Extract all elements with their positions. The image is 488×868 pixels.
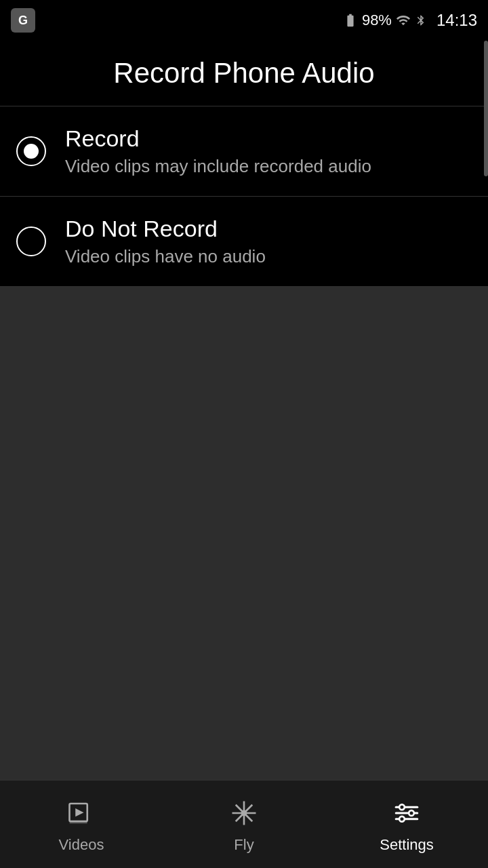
page-title: Record Phone Audio: [14, 57, 474, 90]
fly-label: Fly: [234, 836, 253, 854]
battery-icon: [343, 13, 358, 28]
fly-icon: [226, 795, 262, 831]
bluetooth-icon: [415, 13, 427, 28]
nav-item-videos[interactable]: Videos: [0, 795, 163, 854]
svg-point-12: [399, 804, 405, 810]
status-time: 14:13: [436, 11, 477, 30]
settings-label: Settings: [380, 836, 434, 854]
settings-icon: [389, 795, 424, 831]
status-bar-left: G: [11, 8, 35, 33]
svg-point-13: [409, 810, 414, 816]
videos-icon: [64, 795, 99, 831]
bottom-navigation: Videos Fly Settings: [0, 780, 488, 868]
do-not-record-option[interactable]: Do Not Record Video clips have no audio: [0, 197, 488, 287]
svg-point-14: [399, 816, 405, 821]
empty-content-area: [0, 287, 488, 843]
page-header: Record Phone Audio: [0, 41, 488, 106]
do-not-record-option-text: Do Not Record Video clips have no audio: [65, 216, 266, 267]
nav-item-settings[interactable]: Settings: [325, 795, 488, 854]
do-not-record-option-subtitle: Video clips have no audio: [65, 246, 266, 267]
record-option-subtitle: Video clips may include recorded audio: [65, 156, 371, 177]
svg-point-8: [241, 810, 247, 816]
app-icon: G: [11, 8, 35, 33]
do-not-record-option-title: Do Not Record: [65, 216, 266, 242]
content-area: Record Video clips may include recorded …: [0, 106, 488, 287]
record-radio-button[interactable]: [16, 136, 46, 166]
battery-percentage: 98%: [362, 12, 392, 29]
do-not-record-radio-button[interactable]: [16, 226, 46, 256]
record-option-text: Record Video clips may include recorded …: [65, 125, 371, 177]
nav-item-fly[interactable]: Fly: [163, 795, 325, 854]
status-icons: 98%: [343, 12, 427, 29]
scrollbar[interactable]: [484, 41, 488, 176]
svg-marker-1: [75, 808, 83, 816]
status-bar: G 98% 14:13: [0, 0, 488, 41]
svg-rect-2: [70, 820, 87, 823]
signal-icon: [396, 13, 411, 28]
record-option-title: Record: [65, 125, 371, 152]
svg-rect-3: [70, 823, 87, 824]
record-option[interactable]: Record Video clips may include recorded …: [0, 106, 488, 197]
status-bar-right: 98% 14:13: [343, 11, 477, 30]
videos-label: Videos: [59, 836, 104, 854]
